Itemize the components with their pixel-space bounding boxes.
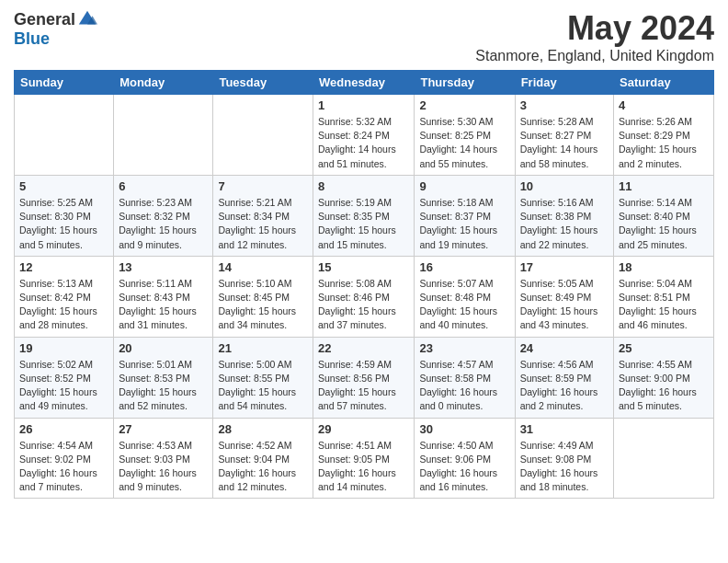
logo: General Blue xyxy=(14,9,97,49)
cell-info: Sunrise: 4:49 AM Sunset: 9:08 PM Dayligh… xyxy=(520,439,609,495)
calendar-cell: 22Sunrise: 4:59 AM Sunset: 8:56 PM Dayli… xyxy=(313,337,415,418)
cell-info: Sunrise: 4:59 AM Sunset: 8:56 PM Dayligh… xyxy=(318,358,409,414)
cell-date: 2 xyxy=(419,98,509,112)
calendar-cell: 10Sunrise: 5:16 AM Sunset: 8:38 PM Dayli… xyxy=(515,175,613,256)
cell-date: 22 xyxy=(318,341,409,355)
header: General Blue May 2024 Stanmore, England,… xyxy=(14,9,714,64)
cell-info: Sunrise: 5:28 AM Sunset: 8:27 PM Dayligh… xyxy=(520,115,609,171)
logo-general-text: General xyxy=(14,10,75,29)
cell-date: 27 xyxy=(119,422,208,436)
day-header-saturday: Saturday xyxy=(614,71,714,95)
calendar-cell: 3Sunrise: 5:28 AM Sunset: 8:27 PM Daylig… xyxy=(515,95,613,176)
calendar-week-3: 12Sunrise: 5:13 AM Sunset: 8:42 PM Dayli… xyxy=(15,256,714,337)
cell-date: 17 xyxy=(520,260,609,274)
calendar: SundayMondayTuesdayWednesdayThursdayFrid… xyxy=(14,70,714,499)
calendar-cell: 16Sunrise: 5:07 AM Sunset: 8:48 PM Dayli… xyxy=(415,256,515,337)
day-header-tuesday: Tuesday xyxy=(213,71,313,95)
cell-info: Sunrise: 5:18 AM Sunset: 8:37 PM Dayligh… xyxy=(419,196,509,252)
calendar-week-4: 19Sunrise: 5:02 AM Sunset: 8:52 PM Dayli… xyxy=(15,337,714,418)
subtitle: Stanmore, England, United Kingdom xyxy=(475,48,714,64)
cell-date: 31 xyxy=(520,422,609,436)
calendar-cell xyxy=(614,418,714,499)
calendar-cell: 12Sunrise: 5:13 AM Sunset: 8:42 PM Dayli… xyxy=(15,256,114,337)
calendar-cell: 6Sunrise: 5:23 AM Sunset: 8:32 PM Daylig… xyxy=(114,175,213,256)
cell-info: Sunrise: 5:26 AM Sunset: 8:29 PM Dayligh… xyxy=(619,115,709,171)
calendar-cell: 8Sunrise: 5:19 AM Sunset: 8:35 PM Daylig… xyxy=(313,175,415,256)
cell-date: 15 xyxy=(318,260,409,274)
cell-info: Sunrise: 5:32 AM Sunset: 8:24 PM Dayligh… xyxy=(318,115,409,171)
cell-date: 24 xyxy=(520,341,609,355)
calendar-cell: 25Sunrise: 4:55 AM Sunset: 9:00 PM Dayli… xyxy=(614,337,714,418)
cell-date: 9 xyxy=(419,179,509,193)
cell-date: 19 xyxy=(19,341,108,355)
cell-date: 28 xyxy=(218,422,308,436)
cell-info: Sunrise: 5:07 AM Sunset: 8:48 PM Dayligh… xyxy=(419,277,509,333)
cell-date: 3 xyxy=(520,98,609,112)
cell-info: Sunrise: 5:04 AM Sunset: 8:51 PM Dayligh… xyxy=(619,277,709,333)
calendar-cell: 28Sunrise: 4:52 AM Sunset: 9:04 PM Dayli… xyxy=(213,418,313,499)
cell-date: 18 xyxy=(619,260,709,274)
cell-info: Sunrise: 5:11 AM Sunset: 8:43 PM Dayligh… xyxy=(119,277,208,333)
calendar-cell: 31Sunrise: 4:49 AM Sunset: 9:08 PM Dayli… xyxy=(515,418,613,499)
calendar-cell: 30Sunrise: 4:50 AM Sunset: 9:06 PM Dayli… xyxy=(415,418,515,499)
cell-info: Sunrise: 5:13 AM Sunset: 8:42 PM Dayligh… xyxy=(19,277,108,333)
cell-info: Sunrise: 5:08 AM Sunset: 8:46 PM Dayligh… xyxy=(318,277,409,333)
cell-info: Sunrise: 5:25 AM Sunset: 8:30 PM Dayligh… xyxy=(19,196,108,252)
cell-date: 26 xyxy=(19,422,108,436)
cell-info: Sunrise: 5:30 AM Sunset: 8:25 PM Dayligh… xyxy=(419,115,509,171)
calendar-cell: 9Sunrise: 5:18 AM Sunset: 8:37 PM Daylig… xyxy=(415,175,515,256)
cell-info: Sunrise: 4:55 AM Sunset: 9:00 PM Dayligh… xyxy=(619,358,709,414)
day-header-monday: Monday xyxy=(114,71,213,95)
calendar-cell: 7Sunrise: 5:21 AM Sunset: 8:34 PM Daylig… xyxy=(213,175,313,256)
cell-info: Sunrise: 5:10 AM Sunset: 8:45 PM Dayligh… xyxy=(218,277,308,333)
cell-date: 30 xyxy=(419,422,509,436)
cell-info: Sunrise: 5:23 AM Sunset: 8:32 PM Dayligh… xyxy=(119,196,208,252)
logo-blue-text: Blue xyxy=(14,29,50,49)
calendar-header-row: SundayMondayTuesdayWednesdayThursdayFrid… xyxy=(15,71,714,95)
cell-date: 6 xyxy=(119,179,208,193)
cell-date: 1 xyxy=(318,98,409,112)
cell-info: Sunrise: 4:52 AM Sunset: 9:04 PM Dayligh… xyxy=(218,439,308,495)
calendar-cell: 24Sunrise: 4:56 AM Sunset: 8:59 PM Dayli… xyxy=(515,337,613,418)
cell-info: Sunrise: 4:56 AM Sunset: 8:59 PM Dayligh… xyxy=(520,358,609,414)
calendar-cell: 14Sunrise: 5:10 AM Sunset: 8:45 PM Dayli… xyxy=(213,256,313,337)
calendar-cell: 11Sunrise: 5:14 AM Sunset: 8:40 PM Dayli… xyxy=(614,175,714,256)
calendar-cell: 4Sunrise: 5:26 AM Sunset: 8:29 PM Daylig… xyxy=(614,95,714,176)
day-header-sunday: Sunday xyxy=(15,71,114,95)
logo-icon xyxy=(77,9,97,29)
calendar-cell: 5Sunrise: 5:25 AM Sunset: 8:30 PM Daylig… xyxy=(15,175,114,256)
calendar-cell: 17Sunrise: 5:05 AM Sunset: 8:49 PM Dayli… xyxy=(515,256,613,337)
calendar-cell: 21Sunrise: 5:00 AM Sunset: 8:55 PM Dayli… xyxy=(213,337,313,418)
calendar-cell: 15Sunrise: 5:08 AM Sunset: 8:46 PM Dayli… xyxy=(313,256,415,337)
calendar-cell xyxy=(213,95,313,176)
day-header-friday: Friday xyxy=(515,71,613,95)
cell-info: Sunrise: 5:21 AM Sunset: 8:34 PM Dayligh… xyxy=(218,196,308,252)
cell-date: 21 xyxy=(218,341,308,355)
calendar-cell: 18Sunrise: 5:04 AM Sunset: 8:51 PM Dayli… xyxy=(614,256,714,337)
cell-date: 10 xyxy=(520,179,609,193)
day-header-wednesday: Wednesday xyxy=(313,71,415,95)
calendar-cell xyxy=(15,95,114,176)
cell-info: Sunrise: 5:19 AM Sunset: 8:35 PM Dayligh… xyxy=(318,196,409,252)
calendar-cell: 23Sunrise: 4:57 AM Sunset: 8:58 PM Dayli… xyxy=(415,337,515,418)
cell-info: Sunrise: 5:05 AM Sunset: 8:49 PM Dayligh… xyxy=(520,277,609,333)
cell-date: 14 xyxy=(218,260,308,274)
cell-date: 7 xyxy=(218,179,308,193)
calendar-cell: 2Sunrise: 5:30 AM Sunset: 8:25 PM Daylig… xyxy=(415,95,515,176)
cell-info: Sunrise: 4:57 AM Sunset: 8:58 PM Dayligh… xyxy=(419,358,509,414)
cell-info: Sunrise: 4:53 AM Sunset: 9:03 PM Dayligh… xyxy=(119,439,208,495)
cell-date: 4 xyxy=(619,98,709,112)
cell-date: 8 xyxy=(318,179,409,193)
calendar-cell xyxy=(114,95,213,176)
cell-date: 29 xyxy=(318,422,409,436)
calendar-cell: 27Sunrise: 4:53 AM Sunset: 9:03 PM Dayli… xyxy=(114,418,213,499)
cell-date: 20 xyxy=(119,341,208,355)
cell-info: Sunrise: 4:51 AM Sunset: 9:05 PM Dayligh… xyxy=(318,439,409,495)
cell-info: Sunrise: 5:02 AM Sunset: 8:52 PM Dayligh… xyxy=(19,358,108,414)
cell-date: 12 xyxy=(19,260,108,274)
cell-date: 16 xyxy=(419,260,509,274)
calendar-cell: 20Sunrise: 5:01 AM Sunset: 8:53 PM Dayli… xyxy=(114,337,213,418)
calendar-cell: 13Sunrise: 5:11 AM Sunset: 8:43 PM Dayli… xyxy=(114,256,213,337)
title-area: May 2024 Stanmore, England, United Kingd… xyxy=(475,9,714,64)
cell-info: Sunrise: 5:00 AM Sunset: 8:55 PM Dayligh… xyxy=(218,358,308,414)
